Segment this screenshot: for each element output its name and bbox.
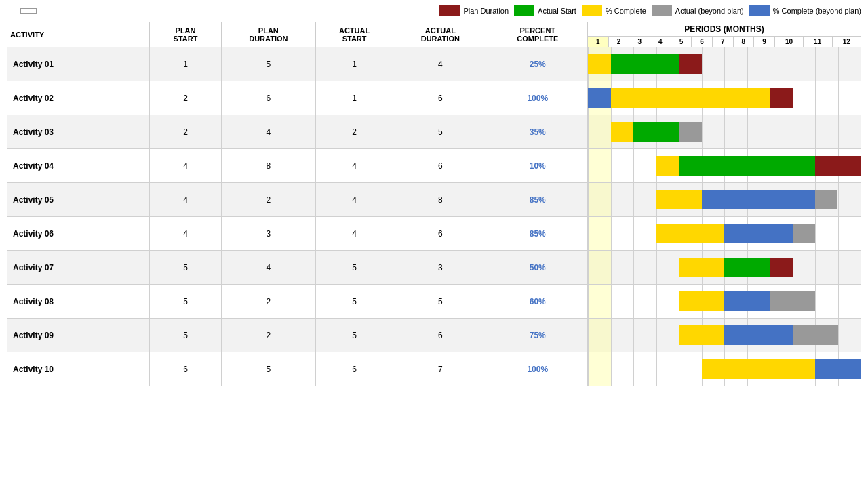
percent-complete-4: 10% [488, 149, 588, 183]
percent-complete-9: 75% [488, 319, 588, 352]
table-row: Activity 03242535% [7, 115, 861, 149]
actual-start-8: 5 [316, 285, 393, 319]
gantt-bar-gray [793, 224, 815, 243]
gantt-bar-yellow [611, 88, 770, 108]
period-header-1: 1 [588, 37, 609, 47]
actual-duration-9: 6 [393, 319, 488, 352]
legend-percent-beyond: % Complete (beyond plan) [749, 5, 861, 16]
actual-duration-6: 6 [393, 217, 488, 251]
activity-name-9: Activity 09 [7, 319, 150, 352]
actual-start-4: 4 [316, 149, 393, 183]
plan-start-8: 5 [150, 285, 221, 319]
plan-duration-9: 2 [221, 319, 315, 352]
period-header-9: 9 [754, 37, 775, 47]
gantt-bar-yellow [588, 54, 610, 74]
periods-label: PERIODS (MONTHS) [588, 22, 861, 37]
legend-actual-start-label: Actual Start [538, 7, 576, 15]
activity-name-1: Activity 01 [7, 47, 150, 81]
legend-percent-complete: % Complete [582, 5, 646, 16]
gantt-row-9 [588, 319, 861, 352]
gantt-row-7 [588, 251, 861, 285]
actual-start-10: 6 [316, 352, 393, 386]
gantt-bar-yellow [679, 291, 724, 311]
percent-complete-5: 85% [488, 183, 588, 217]
plan-duration-2: 6 [221, 81, 315, 115]
gantt-bar-darkred [770, 88, 792, 108]
activity-name-3: Activity 03 [7, 115, 150, 149]
legend-actual-start: Actual Start [514, 5, 576, 16]
gantt-bar-blue [724, 325, 792, 345]
gantt-bar-yellow [656, 156, 679, 176]
actual-duration-8: 5 [393, 285, 488, 319]
period-header-5: 5 [671, 37, 692, 47]
actual-duration-2: 6 [393, 81, 488, 115]
period-header-2: 2 [608, 37, 629, 47]
legend-percent-beyond-label: % Complete (beyond plan) [773, 7, 861, 15]
actual-start-5: 4 [316, 183, 393, 217]
plan-duration-6: 3 [221, 217, 315, 251]
col-percent-complete: PERCENTCOMPLETE [488, 22, 588, 47]
period-header-3: 3 [629, 37, 650, 47]
actual-duration-10: 7 [393, 352, 488, 386]
table-row: Activity 06434685% [7, 217, 861, 251]
plan-duration-7: 4 [221, 251, 315, 285]
period-header-12: 12 [832, 37, 861, 47]
gantt-bar-blue [815, 359, 861, 379]
actual-duration-3: 5 [393, 115, 488, 149]
gantt-bar-blue [724, 291, 770, 311]
legend-plan-duration-label: Plan Duration [463, 7, 509, 15]
plan-start-4: 4 [150, 149, 221, 183]
gantt-bar-green [724, 258, 770, 277]
gantt-table: ACTIVITY PLANSTART PLANDURATION ACTUALST… [7, 22, 861, 386]
percent-complete-swatch [582, 5, 602, 16]
percent-complete-7: 50% [488, 251, 588, 285]
gantt-row-5 [588, 183, 861, 217]
gantt-bar-gray [679, 122, 701, 142]
table-row: Activity 022616100% [7, 81, 861, 115]
activity-name-6: Activity 06 [7, 217, 150, 251]
actual-duration-1: 4 [393, 47, 488, 81]
gantt-bar-blue [702, 190, 815, 209]
col-actual-duration: ACTUALDURATION [393, 22, 488, 47]
gantt-row-8 [588, 285, 861, 319]
gantt-bar-darkred [815, 156, 861, 176]
gantt-bar-yellow [611, 122, 633, 142]
actual-duration-5: 8 [393, 183, 488, 217]
period-header-7: 7 [712, 37, 733, 47]
plan-start-2: 2 [150, 81, 221, 115]
percent-complete-2: 100% [488, 81, 588, 115]
top-bar: Plan Duration Actual Start % Complete Ac… [0, 0, 868, 22]
table-row: Activity 07545350% [7, 251, 861, 285]
plan-duration-3: 4 [221, 115, 315, 149]
plan-duration-swatch [439, 5, 460, 16]
gantt-bar-yellow [679, 258, 724, 277]
activity-name-10: Activity 10 [7, 352, 150, 386]
table-row: Activity 09525675% [7, 319, 861, 352]
legend-actual-beyond: Actual (beyond plan) [652, 5, 744, 16]
gantt-bar-yellow [679, 325, 724, 345]
col-activity: ACTIVITY [7, 22, 150, 47]
plan-duration-8: 2 [221, 285, 315, 319]
percent-complete-3: 35% [488, 115, 588, 149]
period-header-4: 4 [650, 37, 671, 47]
gantt-bar-green [611, 54, 679, 74]
col-actual-start: ACTUALSTART [316, 22, 393, 47]
percent-complete-10: 100% [488, 352, 588, 386]
gantt-bar-blue [724, 224, 792, 243]
gantt-row-1 [588, 47, 861, 81]
plan-start-5: 4 [150, 183, 221, 217]
actual-start-2: 1 [316, 81, 393, 115]
period-header-6: 6 [692, 37, 713, 47]
activity-name-4: Activity 04 [7, 149, 150, 183]
period-header-8: 8 [733, 37, 754, 47]
gantt-bar-blue [588, 88, 610, 108]
actual-start-3: 2 [316, 115, 393, 149]
plan-start-1: 1 [150, 47, 221, 81]
period-header-11: 11 [804, 37, 832, 47]
table-row: Activity 08525560% [7, 285, 861, 319]
period-highlight-box[interactable] [20, 8, 37, 14]
actual-beyond-swatch [652, 5, 672, 16]
actual-duration-4: 6 [393, 149, 488, 183]
percent-beyond-swatch [749, 5, 770, 16]
plan-start-10: 6 [150, 352, 221, 386]
